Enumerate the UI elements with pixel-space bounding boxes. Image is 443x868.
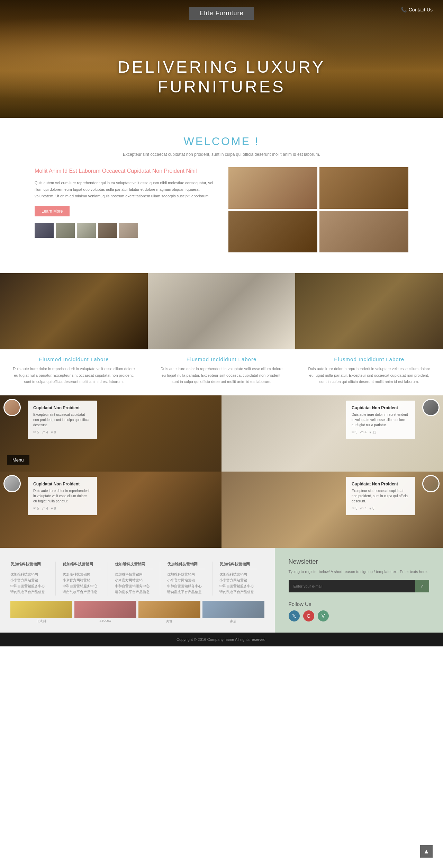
footer-link-4-1[interactable]: 优加维科技营销网	[167, 572, 205, 577]
footer-link-1-3[interactable]: 中和自营营销服务中心	[10, 584, 48, 589]
welcome-title: WELCOME !	[35, 135, 408, 148]
footer-col-heading-5: 优加维科技营销网	[219, 562, 257, 569]
footer-col-heading-2: 优加维科技营销网	[63, 562, 101, 569]
welcome-image-4	[319, 211, 408, 252]
footer-link-4-3[interactable]: 中和自营营销服务中心	[167, 584, 205, 589]
post-image-3	[138, 601, 200, 618]
testimonial-overlay-3: Cupidatat Non Proident Duis aute irure d…	[28, 477, 97, 515]
footer-col-4: 优加维科技营销网 优加维科技营销网 小米官方网站营销 中和自营营销服务中心 请勿…	[160, 562, 213, 596]
newsletter-email-input[interactable]	[289, 580, 415, 592]
welcome-subtitle: Excepteur sint occaecat cupidatat non pr…	[35, 152, 408, 157]
post-label-1: 日式 排	[10, 619, 72, 624]
footer-link-3-3[interactable]: 中和自营营销服务中心	[115, 584, 153, 589]
welcome-left: Mollit Anim Id Est Laborum Occaecat Cupi…	[35, 167, 215, 252]
header: Elite Furniture 📞 Contact Us DELIVERING …	[0, 0, 443, 118]
menu-label[interactable]: Menu	[7, 455, 29, 465]
thumbnail-2	[56, 223, 75, 238]
footer-link-2-2[interactable]: 小米官方网站营销	[63, 578, 101, 583]
post-image-1	[10, 601, 72, 618]
post-item-3: 美食	[138, 601, 200, 624]
footer-link-5-4[interactable]: 请勿乱改平台产品信息	[219, 590, 257, 594]
testimonial-stats-3: ✉ 5 🏷 4 ♥ 8	[33, 507, 91, 510]
footer-bottom-row: 优加维科技营销网 优加维科技营销网 小米官方网站营销 中和自营营销服务中心 请勿…	[0, 548, 443, 633]
footer-link-4-2[interactable]: 小米官方网站营销	[167, 578, 205, 583]
learn-more-button[interactable]: Learn More	[35, 206, 70, 216]
welcome-image-2	[319, 167, 408, 209]
footer-col-2: 优加维科技营销网 优加维科技营销网 小米官方网站营销 中和自营营销服务中心 请勿…	[56, 562, 108, 596]
stat-heart-4: ♥ 8	[369, 507, 374, 510]
footer-link-3-1[interactable]: 优加维科技营销网	[115, 572, 153, 577]
feature-item-2: Eiusmod Incididunt Labore Duis aute irur…	[148, 273, 296, 392]
footer-col-heading-3: 优加维科技营销网	[115, 562, 153, 569]
social-icons: 𝕏 G V	[289, 610, 429, 621]
stat-email-3: ✉ 5	[33, 507, 39, 510]
avatar-3	[3, 475, 21, 492]
contact-us-label: Contact Us	[409, 7, 433, 12]
testimonial-name-2: Cupidatat Non Proident	[352, 405, 410, 410]
post-label-4: 家居	[202, 619, 264, 624]
post-image-2	[74, 601, 136, 618]
follow-us-section: Follow Us 𝕏 G V	[289, 601, 429, 621]
footer-link-3-4[interactable]: 请勿乱改平台产品信息	[115, 590, 153, 594]
article-body: Quis autem vel eum iure reprehenderit qu…	[35, 180, 215, 199]
footer-link-2-3[interactable]: 中和自营营销服务中心	[63, 584, 101, 589]
footer-newsletter: Newsletter Typing to register below! A s…	[275, 548, 443, 633]
footer-link-5-2[interactable]: 小米官方网站营销	[219, 578, 257, 583]
avatar-image-1	[4, 400, 20, 415]
newsletter-submit-button[interactable]: ✓	[415, 580, 429, 592]
feature-image-3	[295, 273, 443, 349]
footer-link-4-4[interactable]: 请勿乱改平台产品信息	[167, 590, 205, 594]
testimonial-text-2: Duis aute irure dolor in reprehenderit i…	[352, 412, 410, 428]
welcome-section: WELCOME ! Excepteur sint occaecat cupida…	[0, 118, 443, 266]
testimonial-item-3: Cupidatat Non Proident Duis aute irure d…	[0, 472, 222, 548]
footer-link-1-1[interactable]: 优加维科技营销网	[10, 572, 48, 577]
feature-text-1: Eiusmod Incididunt Labore Duis aute irur…	[0, 349, 148, 392]
footer-link-1-2[interactable]: 小米官方网站营销	[10, 578, 48, 583]
feature-title-3: Eiusmod Incididunt Labore	[306, 356, 433, 362]
phone-icon: 📞	[401, 7, 407, 12]
post-item-4: 家居	[202, 601, 264, 624]
testimonial-name-4: Cupidatat Non Proident	[352, 482, 410, 486]
stat-tag-4: 🏷 4	[360, 507, 367, 510]
feature-body-3: Duis aute irure dolor in reprehenderit i…	[306, 366, 433, 385]
footer-col-3: 优加维科技营销网 优加维科技营销网 小米官方网站营销 中和自营营销服务中心 请勿…	[108, 562, 160, 596]
footer-link-3-2[interactable]: 小米官方网站营销	[115, 578, 153, 583]
twitter-icon[interactable]: 𝕏	[289, 610, 300, 621]
post-images-row: 日式 排 STUDIO 美食 家居	[10, 601, 264, 624]
logo-bar: Elite Furniture	[189, 7, 254, 20]
footer-link-2-4[interactable]: 请勿乱改平台产品信息	[63, 590, 101, 594]
copyright-footer: Copyright © 2016 Company name All rights…	[0, 633, 443, 646]
post-item-2: STUDIO	[74, 601, 136, 624]
stat-tag-2: 🏷 4	[360, 430, 367, 434]
post-label-3: 美食	[138, 619, 200, 624]
hero-headline: DELIVERING LUXURY FURNITURES	[118, 57, 325, 97]
feature-body-2: Duis aute irure dolor in reprehenderit i…	[158, 366, 285, 385]
google-plus-icon[interactable]: G	[303, 610, 314, 621]
post-item-1: 日式 排	[10, 601, 72, 624]
footer-link-2-1[interactable]: 优加维科技营销网	[63, 572, 101, 577]
footer-link-5-1[interactable]: 优加维科技营销网	[219, 572, 257, 577]
stat-tag-3: 🏷 4	[42, 507, 48, 510]
testimonial-text-3: Duis aute irure dolor in reprehenderit i…	[33, 488, 91, 504]
contact-us-button[interactable]: 📞 Contact Us	[401, 7, 433, 12]
testimonial-item-2: Cupidatat Non Proident Duis aute irure d…	[222, 395, 443, 472]
footer-link-1-4[interactable]: 请勿乱改平台产品信息	[10, 590, 48, 594]
footer-col-5: 优加维科技营销网 优加维科技营销网 小米官方网站营销 中和自营营销服务中心 请勿…	[213, 562, 264, 596]
newsletter-title: Newsletter	[289, 558, 429, 565]
footer-links: 优加维科技营销网 优加维科技营销网 小米官方网站营销 中和自营营销服务中心 请勿…	[10, 555, 264, 601]
features-section: Eiusmod Incididunt Labore Duis aute irur…	[0, 273, 443, 392]
avatar-image-4	[423, 476, 439, 491]
testimonial-stats-4: ✉ 5 🏷 4 ♥ 8	[352, 507, 410, 510]
testimonial-overlay-1: Cupidatat Non Proident Excepteur sint oc…	[28, 401, 97, 439]
feature-image-2	[148, 273, 296, 349]
testimonial-stats-2: ✉ 5 🏷 4 ♥ 12	[352, 430, 410, 434]
footer-col-1: 优加维科技营销网 优加维科技营销网 小米官方网站营销 中和自营营销服务中心 请勿…	[10, 562, 56, 596]
feature-body-1: Duis aute irure dolor in reprehenderit i…	[10, 366, 137, 385]
testimonial-text-1: Excepteur sint occaecat cupidatat non pr…	[33, 412, 91, 428]
thumbnail-4	[98, 223, 117, 238]
footer-link-5-3[interactable]: 中和自营营销服务中心	[219, 584, 257, 589]
testimonial-item-1: Cupidatat Non Proident Excepteur sint oc…	[0, 395, 222, 472]
feature-item-1: Eiusmod Incididunt Labore Duis aute irur…	[0, 273, 148, 392]
vimeo-icon[interactable]: V	[318, 610, 329, 621]
feature-text-2: Eiusmod Incididunt Labore Duis aute irur…	[148, 349, 296, 392]
